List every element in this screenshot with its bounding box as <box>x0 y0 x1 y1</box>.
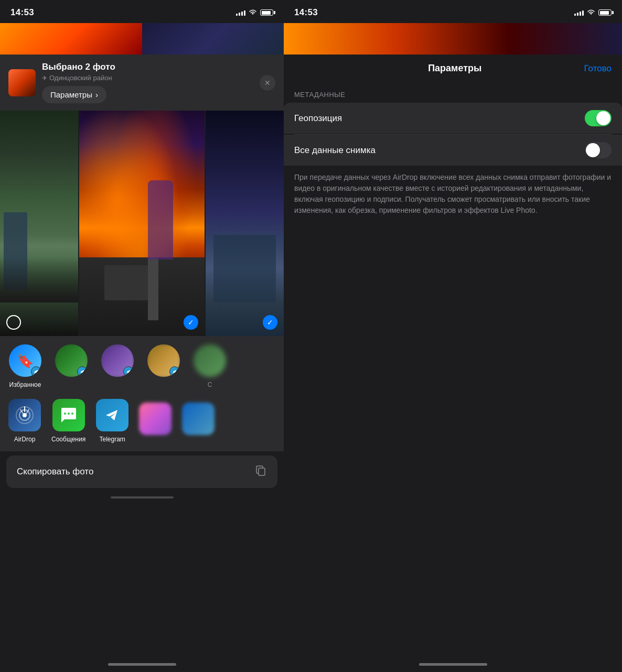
wifi-icon <box>249 8 257 17</box>
telegram-badge <box>31 366 41 377</box>
svg-point-2 <box>23 413 27 417</box>
app-icon-blur2 <box>182 403 215 435</box>
contact-item-4[interactable] <box>145 344 183 388</box>
contact-avatar-4 <box>147 344 180 377</box>
photo-select-check-right[interactable]: ✓ <box>263 315 277 330</box>
app-icon-blur1 <box>139 403 171 435</box>
home-indicator-right <box>284 659 622 672</box>
contact-name-5: С <box>208 381 212 388</box>
badge-2 <box>77 366 88 377</box>
wifi-icon-right <box>587 8 595 17</box>
contact-avatar-3 <box>101 344 134 377</box>
copy-icon <box>254 464 267 480</box>
signal-bar-r3 <box>580 12 581 16</box>
contact-avatar-5 <box>194 344 226 377</box>
home-indicator-left <box>0 659 284 672</box>
params-button-label: Параметры <box>50 90 92 99</box>
signal-bar-4 <box>244 10 245 16</box>
signal-bar-r2 <box>577 13 578 16</box>
photos-strip-top-right <box>284 23 622 55</box>
params-button[interactable]: Параметры › <box>42 86 106 103</box>
app-item-telegram[interactable]: Telegram <box>96 399 128 443</box>
status-bar-left: 14:53 <box>0 0 284 23</box>
signal-bar-3 <box>241 12 243 16</box>
location-text: Одинцовский район <box>49 74 112 82</box>
toggle-alldata[interactable] <box>585 142 612 158</box>
signal-bar-r1 <box>574 14 576 16</box>
toggle-label-alldata: Все данные снимка <box>294 145 376 156</box>
share-location: ✈ Одинцовский район <box>42 74 253 82</box>
contact-item-favorites[interactable]: 🔖 Избранное <box>6 344 44 388</box>
avatar-bookmark-bg: 🔖 <box>9 344 41 377</box>
left-panel: 14:53 Выбрано 2 фото <box>0 0 284 672</box>
photo-select-check-center[interactable]: ✓ <box>184 315 198 330</box>
svg-rect-6 <box>259 468 265 475</box>
contact-avatar-favorites: 🔖 <box>9 344 41 377</box>
app-item-blur2[interactable] <box>182 403 215 439</box>
svg-point-5 <box>71 413 73 415</box>
signal-icon-right <box>574 9 584 16</box>
badge-4 <box>169 366 180 377</box>
status-icons-right <box>574 8 612 17</box>
app-icon-messages <box>52 399 85 431</box>
contact-avatar-2 <box>55 344 88 377</box>
signal-bar-1 <box>236 14 238 16</box>
toggle-knob-alldata <box>586 143 600 157</box>
signal-icon <box>236 9 245 16</box>
close-button[interactable]: ✕ <box>260 75 275 91</box>
time-left: 14:53 <box>10 7 34 18</box>
app-icon-telegram <box>96 399 128 431</box>
contact-name-favorites: Избранное <box>9 381 41 388</box>
app-name-airdrop: AirDrop <box>14 436 36 443</box>
contact-item-3[interactable] <box>99 344 136 388</box>
badge-3 <box>123 366 134 377</box>
signal-bar-r4 <box>582 10 584 16</box>
app-item-blur1[interactable] <box>139 403 171 439</box>
photo-cell-left[interactable] <box>0 111 78 336</box>
toggle-row-geoposition: Геопозиция <box>284 103 622 134</box>
copy-label: Скопировать фото <box>17 467 93 477</box>
contact-item-5[interactable]: С <box>191 344 229 388</box>
battery-fill <box>262 11 271 15</box>
scroll-indicator <box>0 492 284 503</box>
battery-fill-right <box>600 11 609 15</box>
params-title: Параметры <box>428 63 481 74</box>
section-label-metadata: МЕТАДАННЫЕ <box>284 82 622 103</box>
location-arrow-icon: ✈ <box>42 74 47 82</box>
share-thumbnail <box>8 69 36 96</box>
strip-photo-1 <box>0 23 142 55</box>
copy-row[interactable]: Скопировать фото <box>6 456 277 488</box>
share-info: Выбрано 2 фото ✈ Одинцовский район Парам… <box>42 62 253 103</box>
app-icon-airdrop <box>8 399 41 431</box>
contacts-row: 🔖 Избранное <box>0 336 284 393</box>
battery-icon-right <box>598 9 612 16</box>
toggle-row-alldata: Все данные снимка <box>284 135 622 166</box>
contact-item-2[interactable] <box>52 344 90 388</box>
photo-select-circle-left[interactable] <box>6 315 21 330</box>
toggle-row-alldata-inner: Все данные снимка <box>284 135 622 166</box>
photo-grid: ✓ ✓ <box>0 111 284 336</box>
app-item-airdrop[interactable]: AirDrop <box>8 399 41 443</box>
scroll-bar <box>111 496 174 498</box>
photos-strip-top <box>0 23 284 55</box>
done-button[interactable]: Готово <box>584 63 612 74</box>
battery-icon <box>260 9 273 16</box>
app-item-messages[interactable]: Сообщения <box>51 399 85 443</box>
signal-bar-2 <box>239 13 240 16</box>
alldata-description: При передаче данных через AirDrop включе… <box>284 166 622 226</box>
app-name-messages: Сообщения <box>51 436 85 443</box>
params-nav: Параметры Готово <box>284 55 622 82</box>
toggle-geoposition[interactable] <box>585 110 612 126</box>
app-name-telegram: Telegram <box>99 436 125 443</box>
bookmark-icon: 🔖 <box>17 353 34 369</box>
airdrop-icon <box>8 399 41 431</box>
status-bar-right: 14:53 <box>284 0 622 23</box>
svg-point-3 <box>64 413 66 415</box>
photo-cell-center[interactable]: ✓ <box>79 111 205 336</box>
svg-point-4 <box>68 413 70 415</box>
toggle-label-geoposition: Геопозиция <box>294 113 342 124</box>
params-chevron-icon: › <box>95 90 98 99</box>
apps-row: AirDrop Сообщения Telegram <box>0 393 284 451</box>
photo-cell-right[interactable]: ✓ <box>206 111 284 336</box>
time-right: 14:53 <box>294 7 318 18</box>
